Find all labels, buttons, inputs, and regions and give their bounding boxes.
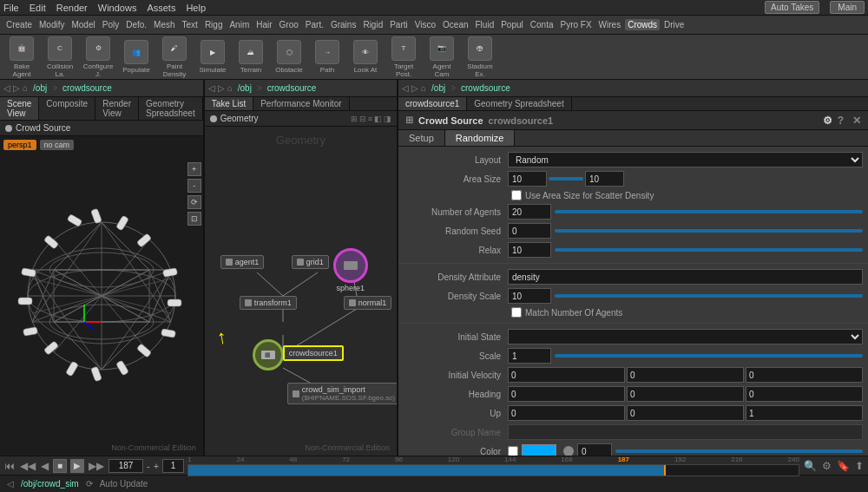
relax-input[interactable] (508, 242, 551, 258)
left-nav-icon-3[interactable]: ⌂ (23, 83, 28, 93)
right-nav-icon-3[interactable]: ⌂ (421, 83, 426, 93)
timeline-track[interactable] (187, 464, 799, 476)
iv-z-input[interactable] (746, 367, 863, 383)
node-sphere1-circle[interactable] (333, 248, 368, 283)
left-nav-obj[interactable]: /obj (33, 83, 47, 93)
menu-render[interactable]: Render (56, 3, 88, 13)
node-grid1[interactable]: grid1 (292, 255, 329, 269)
mid-tb-icon-4[interactable]: ◧ (374, 115, 382, 123)
menu-file[interactable]: File (3, 3, 19, 13)
menu-windows[interactable]: Windows (98, 3, 137, 13)
density-attr-input[interactable] (508, 269, 863, 285)
scale-slider[interactable] (555, 354, 863, 358)
tab-setup[interactable]: Setup (398, 130, 445, 146)
num-agents-slider[interactable] (555, 210, 863, 213)
shelf-terrain[interactable]: ⛰Terrain (233, 38, 269, 75)
iv-x-input[interactable] (508, 367, 625, 383)
shelf-tab-ocean[interactable]: Ocean (440, 19, 470, 30)
shelf-tab-wires[interactable]: Wires (596, 19, 624, 30)
tl-current-frame-input[interactable] (108, 459, 143, 473)
use-area-size-checkbox[interactable] (511, 190, 522, 200)
shelf-tab-create[interactable]: Create (3, 19, 35, 30)
right-nav-icon-2[interactable]: ▷ (411, 83, 418, 93)
node-crowdsource1-circle[interactable]: ▦ (253, 339, 284, 371)
tab-scene-view[interactable]: Scene View (0, 97, 39, 120)
vp-control-4[interactable]: ⊡ (187, 212, 201, 226)
shelf-tab-parti[interactable]: Parti (387, 19, 411, 30)
left-nav-icon-2[interactable]: ▷ (13, 83, 20, 93)
right-nav-node[interactable]: crowdsource (461, 83, 510, 93)
group-name-input[interactable] (508, 424, 863, 440)
mid-nav-icon-3[interactable]: ⌂ (227, 83, 233, 93)
shelf-tab-pyro[interactable]: Pyro FX (557, 19, 594, 30)
node-transform1[interactable]: transform1 (240, 296, 297, 310)
density-scale-input[interactable] (508, 288, 551, 304)
shelf-tab-part[interactable]: Part. (303, 19, 326, 30)
shelf-tab-model[interactable]: Model (69, 19, 97, 30)
mid-nav-icon-2[interactable]: ▷ (218, 83, 225, 93)
shelf-tab-popul[interactable]: Popul (498, 19, 526, 30)
timeline-cursor[interactable] (664, 465, 666, 476)
status-path[interactable]: /obj/crowd_sim (21, 479, 79, 489)
shelf-tab-grains[interactable]: Grains (328, 19, 358, 30)
right-nav-obj[interactable]: /obj (431, 83, 445, 93)
tl-bookmark-icon[interactable]: 🔖 (837, 460, 850, 472)
shelf-bake-agent[interactable]: 🤖Bake Agent (3, 35, 40, 80)
menu-help[interactable]: Help (186, 3, 206, 13)
view-badge-persp[interactable]: persp1 (3, 140, 36, 150)
mid-tb-icon-2[interactable]: ⊟ (359, 115, 366, 123)
color-checkbox[interactable] (508, 446, 518, 456)
area-size-x-input[interactable] (508, 171, 547, 187)
shelf-agent-cam[interactable]: 📷Agent Cam (424, 35, 460, 80)
shelf-obstacle[interactable]: ⬡Obstacle (271, 38, 307, 75)
shelf-paint-density[interactable]: 🖌Paint Density (156, 35, 193, 80)
tab-crowdsource1[interactable]: crowdsource1 (398, 97, 467, 110)
iv-y-input[interactable] (627, 367, 744, 383)
left-nav-icon-1[interactable]: ◁ (3, 83, 10, 93)
vp-control-3[interactable]: ⟳ (187, 195, 201, 209)
vp-control-1[interactable]: + (187, 162, 201, 176)
shelf-tab-crowds[interactable]: Crowds (625, 19, 660, 30)
right-nav-icon-1[interactable]: ◁ (402, 83, 409, 93)
num-agents-input[interactable] (508, 204, 551, 220)
density-scale-slider[interactable] (555, 294, 863, 298)
area-size-y-input[interactable] (585, 171, 624, 187)
relax-slider[interactable] (555, 248, 863, 252)
area-size-slider[interactable] (549, 177, 583, 180)
initial-state-dropdown[interactable] (508, 329, 863, 344)
viewport-3d[interactable]: persp1 no cam (0, 136, 203, 456)
mid-tb-icon-3[interactable]: ≡ (368, 115, 372, 123)
left-nav-node[interactable]: crowdsource (62, 83, 112, 93)
tl-prev-icon[interactable]: ◀◀ (20, 460, 36, 472)
shelf-simulate[interactable]: ▶Simulate (194, 38, 231, 75)
tab-take-list[interactable]: Take List (205, 97, 253, 110)
shelf-tab-rigid[interactable]: Rigid (360, 19, 385, 30)
shelf-tab-visco[interactable]: Visco (412, 19, 438, 30)
tl-plus-btn[interactable]: + (154, 461, 159, 471)
mid-tb-icon-5[interactable]: ◨ (384, 115, 391, 123)
tab-geo-spreadsheet[interactable]: Geometry Spreadsheet (139, 97, 203, 120)
tl-stop-button[interactable]: ■ (53, 459, 67, 473)
shelf-tab-rigg[interactable]: Rigg (202, 19, 226, 30)
color-slider[interactable] (615, 449, 863, 453)
vp-control-2[interactable]: - (187, 179, 201, 193)
node-crowd-sim-import[interactable]: crowd_sim_import ($HIPNAME.SOS.SF.bgeo.s… (287, 383, 397, 404)
mid-nav-icon-1[interactable]: ◁ (208, 83, 215, 93)
shelf-tab-hair[interactable]: Hair (253, 19, 274, 30)
shelf-stadium-ex[interactable]: 🏟Stadium Ex. (462, 35, 498, 80)
question-icon[interactable]: ? (838, 115, 844, 127)
node-agent1[interactable]: agent1 (220, 255, 265, 269)
auto-takes-button[interactable]: Auto Takes (765, 1, 819, 14)
up-y-input[interactable] (627, 405, 744, 421)
main-button[interactable]: Main (830, 1, 865, 14)
shelf-collision[interactable]: CCollision La. (42, 35, 78, 80)
tab-perf-monitor[interactable]: Performance Monitor (253, 97, 349, 110)
tab-geo-spreadsheet-right[interactable]: Geometry Spreadsheet (467, 97, 571, 110)
shelf-populate[interactable]: 👥Populate (118, 38, 155, 75)
mid-nav-node[interactable]: crowdsource (267, 83, 317, 93)
shelf-tab-text[interactable]: Text (180, 19, 201, 30)
shelf-tab-poly[interactable]: Poly (100, 19, 122, 30)
color-swatch[interactable] (522, 444, 556, 456)
node-normal1[interactable]: normal1 (344, 296, 392, 310)
tl-settings-icon[interactable]: ⚙ (822, 460, 832, 472)
